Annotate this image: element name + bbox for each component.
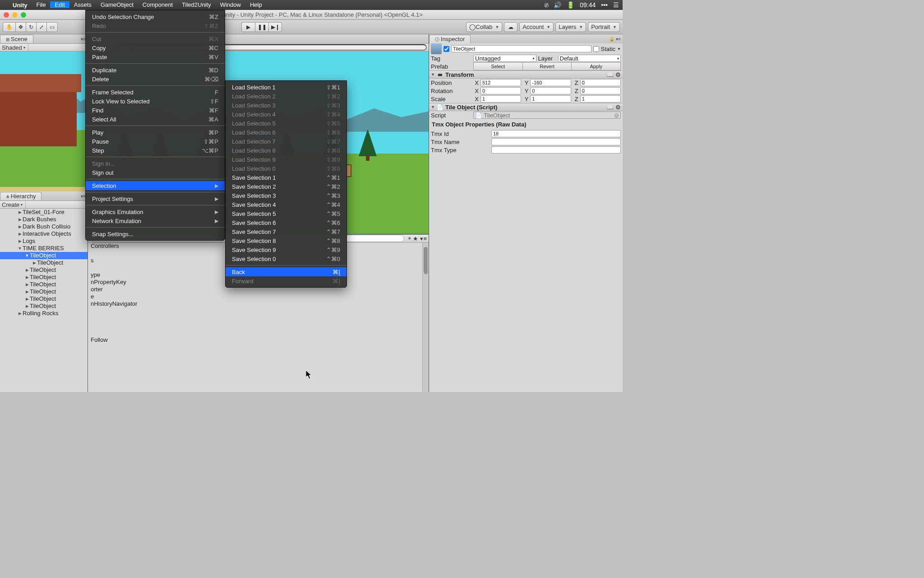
cloud-button[interactable]: ☁ (504, 22, 517, 32)
menu-item[interactable]: Save Selection 3⌃⌘3 (226, 191, 346, 200)
rotate-tool[interactable]: ↻ (26, 22, 36, 32)
project-item[interactable]: nHistoryNavigator (88, 300, 422, 308)
project-item[interactable] (88, 329, 422, 336)
menu-item[interactable]: Sign out (86, 168, 225, 177)
close-button[interactable] (4, 12, 9, 18)
step-button[interactable]: ▶❙ (268, 22, 282, 32)
menu-item[interactable]: Graphics Emulation▶ (86, 207, 225, 216)
hierarchy-item[interactable]: ▶TileObject (0, 295, 88, 303)
volume-icon[interactable]: 🔊 (554, 1, 561, 9)
menu-item[interactable]: Pause⇧⌘P (86, 137, 225, 146)
panel-options-icon[interactable]: ▾≡ (420, 235, 427, 242)
control-center-icon[interactable]: ☰ (613, 1, 619, 9)
layers-dropdown[interactable]: Layers▼ (555, 22, 586, 32)
pos-x[interactable] (480, 79, 521, 86)
prefab-apply-button[interactable]: Apply (571, 62, 621, 70)
play-button[interactable]: ▶ (241, 22, 255, 32)
inspector-tab[interactable]: ⓘ Inspector (429, 35, 471, 43)
scale-y[interactable] (530, 95, 571, 103)
menu-item[interactable]: Duplicate⌘D (86, 65, 225, 75)
pause-button[interactable]: ❚❚ (255, 22, 268, 32)
menu-item[interactable]: Step⌥⌘P (86, 146, 225, 155)
rect-tool[interactable]: ▭ (46, 22, 58, 32)
menu-item[interactable]: Paste⌘V (86, 52, 225, 61)
menu-window[interactable]: Window (216, 1, 245, 8)
scale-tool[interactable]: ⤢ (36, 22, 46, 32)
hierarchy-item[interactable]: ▶Logs (0, 238, 88, 245)
menu-item[interactable]: Project Settings▶ (86, 194, 225, 203)
menu-item[interactable]: Undo Selection Change⌘Z (86, 12, 225, 21)
hierarchy-item[interactable]: ▶TileObject (0, 266, 88, 274)
hand-tool[interactable]: ✋ (3, 22, 15, 32)
pos-y[interactable] (530, 79, 571, 86)
gear-icon[interactable]: 📖 ⚙ (606, 71, 621, 78)
menu-file[interactable]: File (32, 1, 51, 8)
rot-z[interactable] (580, 87, 621, 94)
project-item[interactable]: e (88, 293, 422, 300)
hierarchy-panel[interactable]: ▶TileSet_01-Fore▶Dark Bushes▶Dark Bush C… (0, 209, 88, 392)
script-header[interactable]: ▼📄Tile Object (Script)📖 ⚙ (429, 103, 623, 111)
account-dropdown[interactable]: Account▼ (519, 22, 554, 32)
tmx-id-field[interactable] (491, 130, 621, 137)
menu-item[interactable]: Play⌘P (86, 128, 225, 137)
menu-edit[interactable]: Edit (50, 1, 69, 8)
tmx-name-field[interactable] (491, 138, 621, 145)
spotlight-icon[interactable]: ••• (601, 1, 608, 9)
hierarchy-item[interactable]: ▶TileObject (0, 259, 88, 266)
hierarchy-item[interactable]: ▼TileObject (0, 252, 88, 259)
battery-icon[interactable]: 🔋 (567, 1, 574, 9)
menu-item[interactable]: Save Selection 6⌃⌘6 (226, 218, 346, 227)
project-item[interactable] (88, 308, 422, 315)
star-icon[interactable]: ★ (413, 235, 418, 242)
menu-item[interactable]: Load Selection 1⇧⌘1 (226, 83, 346, 92)
zoom-button[interactable] (21, 12, 26, 18)
menu-item[interactable]: Save Selection 5⌃⌘5 (226, 209, 346, 218)
hierarchy-tab[interactable]: ⋔ Hierarchy (0, 192, 42, 200)
active-checkbox[interactable] (444, 46, 449, 52)
tmx-type-field[interactable] (491, 146, 621, 154)
create-dropdown[interactable]: Create▾ (2, 201, 26, 208)
hierarchy-item[interactable]: ▶TileObject (0, 274, 88, 281)
menu-item[interactable]: Lock View to Selected⇧F (86, 97, 225, 106)
lock-icon[interactable]: 🔒 ▾≡ (609, 37, 621, 42)
hierarchy-item[interactable]: ▶Dark Bushes (0, 216, 88, 223)
menu-item[interactable]: Save Selection 4⌃⌘4 (226, 200, 346, 209)
project-item[interactable] (88, 322, 422, 329)
prefab-revert-button[interactable]: Revert (522, 62, 572, 70)
menu-assets[interactable]: Assets (69, 1, 96, 8)
move-tool[interactable]: ✥ (15, 22, 26, 32)
layout-dropdown[interactable]: Portrait▼ (588, 22, 620, 32)
collab-dropdown[interactable]: ◯ Collab▼ (466, 22, 503, 32)
transform-header[interactable]: ▼⬌Transform📖 ⚙ (429, 70, 623, 79)
tag-dropdown[interactable]: Untagged♦ (473, 55, 536, 62)
menu-item[interactable]: Save Selection 9⌃⌘9 (226, 245, 346, 254)
hierarchy-item[interactable]: ▶TileObject (0, 303, 88, 310)
camera-icon[interactable]: ⎚ (545, 1, 548, 9)
rot-x[interactable] (480, 87, 521, 94)
minimize-button[interactable] (12, 12, 18, 18)
hierarchy-item[interactable]: ▶TileSet_01-Fore (0, 209, 88, 216)
menu-item[interactable]: Copy⌘C (86, 43, 225, 52)
scale-x[interactable] (480, 95, 521, 103)
clock[interactable]: 09:44 (580, 1, 596, 9)
gear-icon[interactable]: 📖 ⚙ (606, 104, 621, 111)
filter-icon[interactable]: ⌖ (408, 235, 411, 242)
hierarchy-item[interactable]: ▶TileObject (0, 281, 88, 288)
script-field[interactable]: 📄 TileObject⊙ (473, 112, 621, 119)
menu-gameobject[interactable]: GameObject (96, 1, 138, 8)
hierarchy-item[interactable]: ▶Interactive Objects (0, 230, 88, 238)
menu-item[interactable]: Save Selection 1⌃⌘1 (226, 173, 346, 182)
menu-item[interactable]: Find⌘F (86, 106, 225, 115)
rot-y[interactable] (530, 87, 571, 94)
menu-item[interactable]: Selection▶ (86, 181, 225, 190)
menu-item[interactable]: Save Selection 2⌃⌘2 (226, 182, 346, 191)
menu-component[interactable]: Component (138, 1, 177, 8)
app-name[interactable]: Unity (13, 2, 28, 9)
hierarchy-item[interactable]: ▶Dark Bush Collisio (0, 223, 88, 230)
menu-item[interactable]: Save Selection 8⌃⌘8 (226, 236, 346, 245)
menu-item[interactable]: Select All⌘A (86, 115, 225, 124)
prefab-select-button[interactable]: Select (473, 62, 522, 70)
scene-tab[interactable]: ⊞ Scene (0, 35, 33, 43)
scene-view[interactable] (0, 51, 88, 191)
project-item[interactable]: Follow (88, 336, 422, 344)
